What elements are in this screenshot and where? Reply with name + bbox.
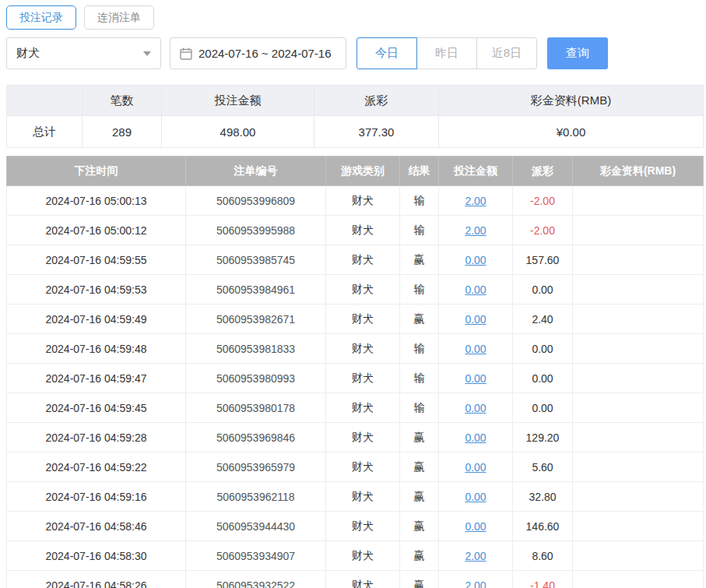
date-range-value: 2024-07-16 ~ 2024-07-16	[198, 47, 332, 60]
cell-game-type: 财犬	[326, 571, 400, 588]
cell-result: 输	[400, 186, 439, 216]
game-select[interactable]: 财犬	[6, 37, 161, 69]
cell-order-id: 5060953984961	[186, 275, 326, 305]
cell-bonus	[573, 423, 704, 452]
cell-order-id: 5060953969846	[186, 423, 326, 452]
header-result: 结果	[400, 157, 439, 186]
cell-payout: 0.00	[513, 275, 573, 305]
cell-game-type: 财犬	[326, 393, 400, 423]
bet-amount-link[interactable]: 0.00	[465, 283, 486, 296]
summary-header-count: 笔数	[83, 86, 162, 116]
cell-bet-amount: 0.00	[439, 364, 513, 393]
header-game-type: 游戏类别	[326, 157, 400, 186]
table-row: 2024-07-16 04:59:47 5060953980993 财犬 输 0…	[7, 364, 704, 393]
table-row: 2024-07-16 04:59:28 5060953969846 财犬 赢 0…	[7, 423, 704, 452]
cell-bet-time: 2024-07-16 04:59:49	[7, 305, 186, 334]
tab-cancelled-orders[interactable]: 连消注单	[84, 5, 154, 30]
cell-bet-time: 2024-07-16 04:59:16	[7, 482, 186, 512]
cell-game-type: 财犬	[326, 512, 400, 541]
cell-order-id: 5060953981833	[186, 334, 326, 364]
cell-order-id: 5060953932522	[186, 571, 326, 588]
cell-order-id: 5060953985745	[186, 245, 326, 275]
cell-bet-amount: 2.00	[439, 571, 513, 588]
header-order-id: 注单编号	[186, 157, 326, 186]
cell-payout: 5.60	[513, 452, 573, 482]
bet-amount-link[interactable]: 0.00	[465, 461, 486, 474]
table-row: 2024-07-16 04:59:45 5060953980178 财犬 输 0…	[7, 393, 704, 423]
cell-bet-time: 2024-07-16 04:59:28	[7, 423, 186, 452]
bet-amount-link[interactable]: 2.00	[465, 579, 486, 588]
cell-bet-time: 2024-07-16 04:58:30	[7, 541, 186, 571]
cell-payout: 8.60	[513, 541, 573, 571]
table-row: 2024-07-16 05:00:12 5060953995988 财犬 输 2…	[7, 216, 704, 245]
cell-bonus	[573, 275, 704, 305]
cell-result: 输	[400, 275, 439, 305]
summary-total-payout: 377.30	[314, 116, 439, 148]
cell-payout: 146.60	[513, 512, 573, 541]
header-payout: 派彩	[513, 157, 573, 186]
yesterday-button[interactable]: 昨日	[416, 37, 477, 69]
summary-total-label: 总计	[7, 116, 83, 148]
bet-amount-link[interactable]: 0.00	[465, 491, 486, 503]
cell-order-id: 5060953995988	[186, 216, 326, 245]
search-button[interactable]: 查询	[547, 37, 608, 69]
summary-header-row: 笔数 投注金额 派彩 彩金资料(RMB)	[7, 86, 704, 116]
cell-order-id: 5060953982671	[186, 305, 326, 334]
cell-bet-amount: 0.00	[439, 334, 513, 364]
cell-bet-time: 2024-07-16 04:59:22	[7, 452, 186, 482]
last-8-days-button[interactable]: 近8日	[476, 37, 537, 69]
cell-bonus	[573, 452, 704, 482]
table-row: 2024-07-16 04:58:30 5060953934907 财犬 赢 2…	[7, 541, 704, 571]
cell-result: 输	[400, 334, 439, 364]
table-row: 2024-07-16 04:59:16 5060953962118 财犬 赢 0…	[7, 482, 704, 512]
filter-bar: 财犬 2024-07-16 ~ 2024-07-16 今日 昨日 近8日 查询	[6, 37, 703, 69]
cell-order-id: 5060953965979	[186, 452, 326, 482]
cell-payout: 32.80	[513, 482, 573, 512]
cell-result: 赢	[400, 245, 439, 275]
cell-bet-amount: 0.00	[439, 512, 513, 541]
table-row: 2024-07-16 04:58:46 5060953944430 财犬 赢 0…	[7, 512, 704, 541]
cell-payout: 157.60	[513, 245, 573, 275]
bet-amount-link[interactable]: 0.00	[465, 402, 486, 414]
cell-bet-time: 2024-07-16 04:59:47	[7, 364, 186, 393]
cell-order-id: 5060953980993	[186, 364, 326, 393]
game-select-value: 财犬	[16, 46, 40, 61]
cell-bet-time: 2024-07-16 05:00:12	[7, 216, 186, 245]
bet-amount-link[interactable]: 2.00	[465, 224, 486, 237]
cell-result: 赢	[400, 452, 439, 482]
bet-amount-link[interactable]: 0.00	[465, 431, 486, 444]
cell-bet-amount: 0.00	[439, 423, 513, 452]
today-button[interactable]: 今日	[357, 37, 417, 69]
bet-amount-link[interactable]: 2.00	[465, 195, 486, 207]
cell-result: 赢	[400, 541, 439, 571]
bet-amount-link[interactable]: 0.00	[465, 254, 486, 266]
cell-payout: 0.00	[513, 393, 573, 423]
cell-bonus	[573, 571, 704, 588]
cell-bet-amount: 0.00	[439, 393, 513, 423]
cell-game-type: 财犬	[326, 482, 400, 512]
cell-result: 赢	[400, 305, 439, 334]
bet-table: 下注时间 注单编号 游戏类别 结果 投注金额 派彩 彩金资料(RMB) 2024…	[6, 156, 704, 588]
cell-result: 赢	[400, 571, 439, 588]
date-range-picker[interactable]: 2024-07-16 ~ 2024-07-16	[170, 37, 346, 69]
bet-amount-link[interactable]: 2.00	[465, 550, 486, 562]
tab-betting-records[interactable]: 投注记录	[6, 5, 76, 30]
bet-amount-link[interactable]: 0.00	[465, 520, 486, 533]
summary-table: 笔数 投注金额 派彩 彩金资料(RMB) 总计 289 498.00 377.3…	[6, 85, 704, 148]
header-bet-amount: 投注金额	[439, 157, 513, 186]
table-row: 2024-07-16 05:00:13 5060953996809 财犬 输 2…	[7, 186, 704, 216]
header-bonus: 彩金资料(RMB)	[573, 157, 704, 186]
cell-bet-time: 2024-07-16 04:58:46	[7, 512, 186, 541]
cell-payout: 0.00	[513, 364, 573, 393]
bet-amount-link[interactable]: 0.00	[465, 313, 486, 326]
cell-bet-time: 2024-07-16 04:59:45	[7, 393, 186, 423]
table-row: 2024-07-16 04:59:48 5060953981833 财犬 输 0…	[7, 334, 704, 364]
cell-game-type: 财犬	[326, 275, 400, 305]
betting-records-page: 投注记录 连消注单 财犬 2024-07-16 ~ 2024-07-16 今日 …	[0, 0, 706, 588]
cell-bet-amount: 2.00	[439, 216, 513, 245]
table-row: 2024-07-16 04:58:26 5060953932522 财犬 赢 2…	[7, 571, 704, 588]
header-bet-time: 下注时间	[7, 157, 186, 186]
bet-amount-link[interactable]: 0.00	[465, 343, 486, 355]
bet-amount-link[interactable]: 0.00	[465, 372, 486, 385]
cell-bet-time: 2024-07-16 05:00:13	[7, 186, 186, 216]
